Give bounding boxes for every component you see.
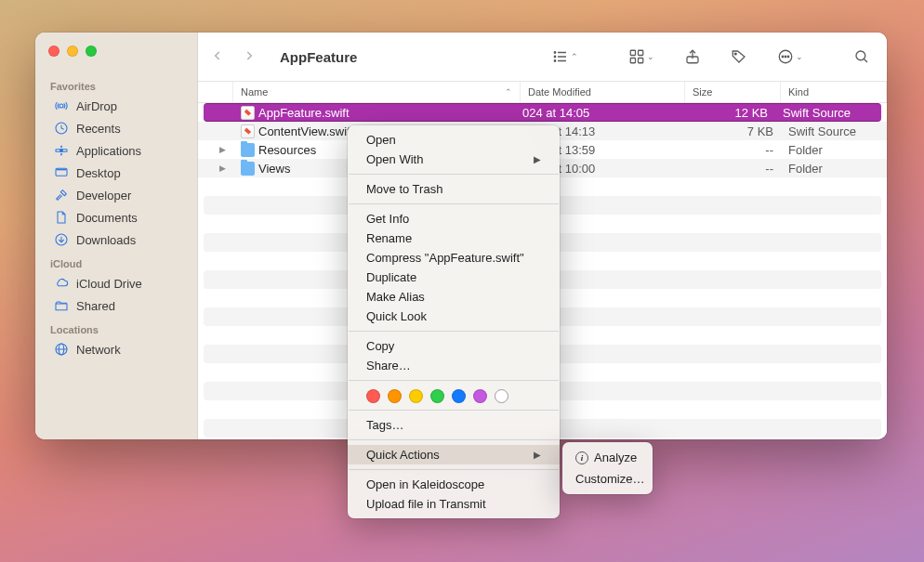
menu-item-label: Share… xyxy=(366,359,411,372)
tag-color[interactable] xyxy=(473,389,487,403)
search-button[interactable] xyxy=(850,46,874,67)
header-name[interactable]: Name⌃ xyxy=(233,82,521,102)
share-button[interactable] xyxy=(680,46,705,67)
menu-item-upload-file-in-transmit[interactable]: Upload file in Transmit xyxy=(348,494,560,514)
folder-title: AppFeature xyxy=(280,49,357,65)
shared-icon xyxy=(54,298,69,313)
apps-icon xyxy=(54,143,69,158)
sidebar-item-developer[interactable]: Developer xyxy=(39,184,193,206)
sidebar-item-airdrop[interactable]: AirDrop xyxy=(39,95,193,117)
forward-button[interactable] xyxy=(243,49,256,65)
menu-item-share[interactable]: Share… xyxy=(348,356,560,375)
menu-item-duplicate[interactable]: Duplicate xyxy=(348,268,560,287)
airdrop-icon xyxy=(54,98,69,113)
menu-item-make-alias[interactable]: Make Alias xyxy=(348,287,560,307)
sidebar-item-documents[interactable]: Documents xyxy=(39,206,193,229)
menu-item-compress-appfeature-swift[interactable]: Compress "AppFeature.swift" xyxy=(348,248,560,268)
menu-item-tags[interactable]: Tags… xyxy=(348,415,560,435)
svg-point-16 xyxy=(554,60,556,62)
tag-color-none[interactable] xyxy=(495,389,508,403)
disclosure-triangle[interactable]: ▶ xyxy=(198,163,233,173)
tag-color[interactable] xyxy=(388,389,402,403)
svg-point-14 xyxy=(554,52,556,54)
sidebar-section-label: Locations xyxy=(35,324,197,338)
sidebar-item-icloud-drive[interactable]: iCloud Drive xyxy=(39,272,193,294)
hammer-icon xyxy=(54,188,69,203)
menu-item-label: Tags… xyxy=(366,418,403,432)
file-kind: Folder xyxy=(781,162,887,176)
toolbar: AppFeature ⌃ ⌄ ⌄ xyxy=(198,33,887,81)
tag-color[interactable] xyxy=(430,389,444,403)
submenu-chevron-icon: ▶ xyxy=(534,154,541,164)
menu-item-rename[interactable]: Rename xyxy=(348,229,560,248)
menu-item-label: Duplicate xyxy=(366,270,416,284)
svg-point-15 xyxy=(554,56,556,58)
cloud-icon xyxy=(54,276,69,291)
doc-icon xyxy=(54,210,69,225)
maximize-button[interactable] xyxy=(86,46,97,57)
sidebar-item-label: Shared xyxy=(76,299,115,313)
tag-color[interactable] xyxy=(366,389,380,403)
back-button[interactable] xyxy=(211,49,224,65)
sidebar-item-recents[interactable]: Recents xyxy=(39,117,193,139)
tag-color[interactable] xyxy=(452,389,466,403)
context-menu: OpenOpen With▶Move to TrashGet InfoRenam… xyxy=(348,125,560,518)
tag-color[interactable] xyxy=(409,389,423,403)
file-row[interactable]: AppFeature.swift024 at 14:0512 KBSwift S… xyxy=(204,103,881,122)
file-size: 12 KB xyxy=(680,106,775,120)
submenu-item-customize[interactable]: Customize… xyxy=(562,468,653,490)
header-size[interactable]: Size xyxy=(685,82,781,102)
info-icon: i xyxy=(575,451,588,464)
sidebar-item-network[interactable]: Network xyxy=(39,338,193,360)
svg-point-24 xyxy=(782,56,784,58)
header-kind[interactable]: Kind xyxy=(781,82,887,102)
submenu-item-label: Customize… xyxy=(575,472,644,486)
sidebar-item-label: Downloads xyxy=(76,233,136,247)
menu-item-open-in-kaleidoscope[interactable]: Open in Kaleidoscope xyxy=(348,475,560,494)
file-name: Views xyxy=(258,162,290,176)
download-icon xyxy=(54,232,69,247)
disclosure-triangle[interactable]: ▶ xyxy=(198,145,233,154)
file-size: -- xyxy=(685,162,781,176)
sidebar-item-downloads[interactable]: Downloads xyxy=(39,229,193,251)
menu-item-label: Copy xyxy=(366,339,394,353)
menu-item-label: Upload file in Transmit xyxy=(366,497,486,511)
minimize-button[interactable] xyxy=(67,46,78,57)
svg-point-22 xyxy=(734,53,736,55)
sidebar-item-label: Documents xyxy=(76,211,138,225)
window-controls xyxy=(35,42,197,73)
view-list-button[interactable]: ⌃ xyxy=(548,46,582,67)
sidebar-item-desktop[interactable]: Desktop xyxy=(39,162,193,184)
menu-item-label: Open xyxy=(366,133,396,147)
menu-item-label: Compress "AppFeature.swift" xyxy=(366,251,524,265)
menu-item-open-with[interactable]: Open With▶ xyxy=(348,150,560,169)
menu-item-label: Quick Look xyxy=(366,309,427,323)
close-button[interactable] xyxy=(48,46,59,57)
tags-button[interactable] xyxy=(727,46,751,67)
file-kind: Swift Source xyxy=(781,124,887,138)
svg-rect-20 xyxy=(639,59,643,63)
menu-item-move-to-trash[interactable]: Move to Trash xyxy=(348,179,560,199)
column-headers: Name⌃ Date Modified Size Kind xyxy=(198,81,887,103)
folder-file-icon xyxy=(241,162,255,176)
svg-rect-5 xyxy=(57,169,67,170)
svg-point-3 xyxy=(59,149,63,152)
action-menu-button[interactable]: ⌄ xyxy=(773,46,807,67)
svg-point-26 xyxy=(787,56,789,58)
sidebar-item-shared[interactable]: Shared xyxy=(39,294,193,317)
sidebar-item-label: Recents xyxy=(76,122,121,136)
svg-line-28 xyxy=(864,59,867,62)
menu-item-open[interactable]: Open xyxy=(348,130,560,150)
folder-file-icon xyxy=(241,143,255,157)
menu-item-quick-actions[interactable]: Quick Actions▶ xyxy=(348,445,560,464)
menu-item-get-info[interactable]: Get Info xyxy=(348,209,560,229)
svg-point-25 xyxy=(785,56,786,58)
group-button[interactable]: ⌄ xyxy=(625,46,658,67)
svg-rect-19 xyxy=(630,59,635,63)
header-date[interactable]: Date Modified xyxy=(521,82,685,102)
submenu-item-analyze[interactable]: iAnalyze xyxy=(562,447,653,468)
sidebar-item-applications[interactable]: Applications xyxy=(39,139,193,162)
menu-item-copy[interactable]: Copy xyxy=(348,336,560,356)
svg-point-27 xyxy=(856,51,865,60)
menu-item-quick-look[interactable]: Quick Look xyxy=(348,307,560,326)
